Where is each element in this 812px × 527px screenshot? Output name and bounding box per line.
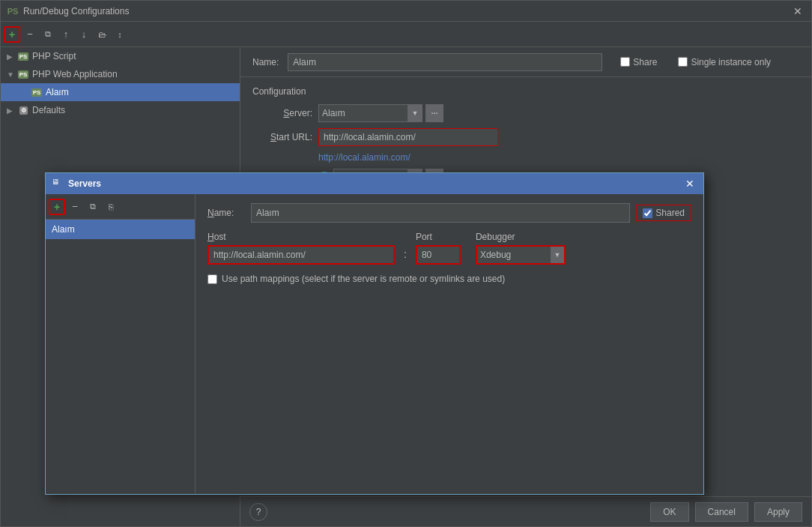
expander-php-web[interactable]: ▼ (7, 70, 16, 79)
name-label: Name: (252, 57, 279, 67)
path-mappings-row: Use path mappings (select if the server … (207, 274, 691, 284)
modal-title-icon: 🖥 (52, 178, 64, 190)
modal-right: Name: Shared Host : Port (196, 194, 703, 494)
url-link-row: http://local.alamin.com/ (252, 152, 799, 163)
debugger-dropdown-arrow[interactable]: ▼ (551, 245, 566, 265)
modal-name-label: Name: (207, 208, 245, 218)
host-label: Host (207, 232, 395, 242)
tree-item-defaults[interactable]: ▶ ⚙ Defaults (1, 101, 240, 119)
path-mappings-checkbox[interactable] (207, 274, 217, 284)
shared-group: Shared (636, 205, 691, 221)
start-url-input[interactable] (318, 128, 498, 146)
tree-label-alaim: Alaım (46, 87, 69, 97)
debugger-group: Debugger Xdebug Zend Debugger ▼ (476, 232, 566, 265)
tree-item-alaim[interactable]: PS Alaım (1, 83, 240, 101)
single-instance-group: Single instance only (678, 57, 774, 67)
modal-tree-item-alaim[interactable]: Alaım (46, 220, 195, 239)
single-instance-checkbox[interactable] (678, 57, 688, 67)
title-bar: PS Run/Debug Configurations ✕ (1, 1, 811, 22)
host-group: Host (207, 232, 395, 265)
expander-php-script[interactable]: ▶ (7, 52, 16, 61)
copy-config-button[interactable]: ⧉ (40, 26, 56, 43)
remove-config-button[interactable]: − (22, 26, 38, 43)
bottom-bar: ? OK Cancel Apply (240, 496, 811, 526)
modal-tree-item-label: Alaım (52, 224, 75, 235)
section-title: Configuration (252, 86, 799, 97)
share-checkbox[interactable] (620, 57, 630, 67)
host-port-row: Host : Port Debugger Xdebug Zend Debugge… (207, 232, 691, 265)
host-input[interactable] (207, 245, 395, 265)
server-ellipsis-button[interactable]: ··· (425, 104, 443, 122)
modal-close-button[interactable]: ✕ (682, 176, 697, 191)
close-button[interactable]: ✕ (790, 4, 805, 19)
tree-item-php-script[interactable]: ▶ PS PHP Script (1, 47, 240, 65)
modal-title-bar: 🖥 Servers ✕ (46, 173, 703, 194)
sort-button[interactable]: ↕ (112, 26, 128, 43)
apply-button[interactable]: Apply (754, 502, 802, 522)
server-row: Server: Alaım ▼ ··· (252, 104, 799, 122)
add-config-button[interactable]: + (4, 26, 20, 43)
colon-separator: : (404, 248, 407, 260)
name-input[interactable] (288, 53, 602, 71)
tree-label-php-script: PHP Script (32, 51, 76, 61)
share-group: Share (620, 57, 660, 67)
url-link[interactable]: http://local.alamin.com/ (318, 152, 410, 163)
server-input-row: Alaım ▼ ··· (318, 104, 443, 122)
window-title: Run/Debug Configurations (23, 6, 790, 16)
server-label: Server: (252, 108, 312, 118)
modal-copy-button[interactable]: ⧉ (85, 199, 101, 215)
debugger-select-row: Xdebug Zend Debugger ▼ (476, 245, 566, 265)
php-web-icon: PS (17, 68, 29, 80)
debugger-label: Debugger (476, 232, 566, 242)
tree-label-php-web: PHP Web Application (32, 69, 118, 79)
config-header: Name: Share Single instance only (240, 47, 811, 77)
modal-server-tree: Alaım (46, 220, 195, 494)
debugger-select[interactable]: Xdebug Zend Debugger (476, 245, 551, 265)
ok-button[interactable]: OK (650, 502, 688, 522)
port-input[interactable] (416, 245, 461, 265)
tree-label-defaults: Defaults (32, 105, 65, 115)
modal-toolbar: + − ⧉ ⎘ (46, 194, 195, 220)
modal-name-input[interactable] (251, 203, 630, 223)
share-label: Share (633, 57, 657, 67)
main-toolbar: + − ⧉ ↑ ↓ 🗁 ↕ (1, 22, 811, 47)
port-group: Port (416, 232, 461, 265)
modal-left: + − ⧉ ⎘ Alaım (46, 194, 196, 494)
modal-add-button[interactable]: + (49, 199, 65, 215)
defaults-icon: ⚙ (17, 104, 29, 116)
start-url-label: Start URL: (252, 132, 312, 142)
port-label: Port (416, 232, 461, 242)
folder-button[interactable]: 🗁 (94, 26, 110, 43)
shared-label: Shared (655, 208, 685, 218)
modal-remove-button[interactable]: − (67, 199, 83, 215)
app-icon: PS (7, 5, 19, 17)
server-dropdown-arrow[interactable]: ▼ (407, 104, 422, 122)
server-select[interactable]: Alaım (318, 104, 408, 122)
help-button[interactable]: ? (249, 503, 267, 521)
tree-item-php-web[interactable]: ▼ PS PHP Web Application (1, 65, 240, 83)
modal-body: + − ⧉ ⎘ Alaım Name: (46, 194, 703, 494)
move-down-button[interactable]: ↓ (76, 26, 92, 43)
expander-defaults[interactable]: ▶ (7, 106, 16, 115)
modal-title: Servers (68, 178, 682, 189)
alaim-icon: PS (31, 86, 43, 98)
modal-name-row: Name: Shared (207, 203, 691, 223)
server-dropdown: Alaım ▼ (318, 104, 422, 122)
shared-checkbox[interactable] (643, 208, 652, 218)
move-up-button[interactable]: ↑ (58, 26, 74, 43)
servers-modal: 🖥 Servers ✕ + − ⧉ ⎘ Alaım (45, 172, 704, 495)
php-script-icon: PS (17, 50, 29, 62)
cancel-button[interactable]: Cancel (695, 502, 748, 522)
modal-paste-button[interactable]: ⎘ (103, 199, 119, 215)
server-label-text: Server: (283, 108, 312, 118)
single-instance-label: Single instance only (691, 57, 771, 67)
start-url-row: Start URL: (252, 128, 799, 146)
path-mappings-label: Use path mappings (select if the server … (222, 274, 505, 284)
